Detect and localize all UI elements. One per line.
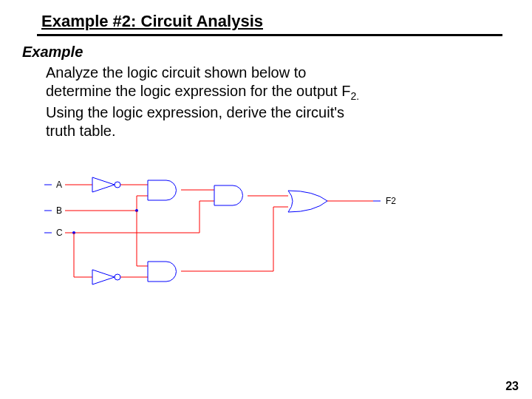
body-line-3: Using the logic expression, derive the c… [46,104,344,120]
input-label-a: A [56,180,62,190]
slide: Example #2: Circuit Analysis Example Ana… [0,0,532,399]
and-gate-icon [148,262,177,282]
output-label: F2 [386,196,396,206]
input-label-c: C [56,228,63,238]
svg-point-0 [115,182,120,188]
body-line-4: truth table. [46,123,116,139]
not-gate-icon [92,177,120,192]
not-gate-icon [92,270,120,284]
problem-text: Analyze the logic circuit shown below to… [46,64,460,140]
title-rule [37,34,502,36]
page-number: 23 [505,380,519,393]
example-heading: Example [22,44,502,61]
body-line-2a: determine the logic expression for the o… [46,83,350,99]
body-line-2-sub: 2. [350,90,359,102]
body-line-1: Analyze the logic circuit shown below to [46,64,306,81]
or-gate-icon [288,191,327,212]
and-gate-icon [214,185,242,205]
svg-point-1 [115,274,120,280]
and-gate-icon [148,180,177,200]
input-label-b: B [56,205,62,216]
circuit-diagram: A B C [22,163,436,303]
slide-title: Example #2: Circuit Analysis [41,12,502,33]
